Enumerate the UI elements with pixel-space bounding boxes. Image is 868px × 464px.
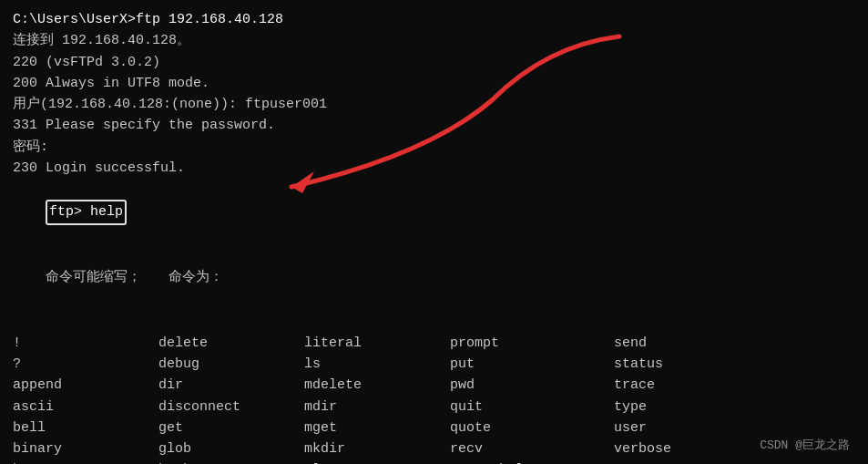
line-ftp-command: C:\Users\UserX>ftp 192.168.40.128 <box>13 9 855 30</box>
line-user: 用户(192.168.40.128:(none)): ftpuser001 <box>13 94 855 115</box>
line-vsftpd: 220 (vsFTPd 3.0.2) <box>13 52 855 73</box>
line-331: 331 Please specify the password. <box>13 115 855 136</box>
line-utf8: 200 Always in UTF8 mode. <box>13 73 855 94</box>
line-230: 230 Login successful. <box>13 158 855 179</box>
command-list: ! ? append ascii bell binary bye cd clos… <box>13 333 855 464</box>
line-ftp-help: ftp> help <box>13 179 855 246</box>
ftp-help-highlight: ftp> help <box>46 200 127 224</box>
watermark: CSDN @巨龙之路 <box>760 437 850 453</box>
terminal-window: C:\Users\UserX>ftp 192.168.40.128 连接到 19… <box>0 0 868 464</box>
col-5: send status trace type user verbose <box>614 333 741 464</box>
col-2: delete debug dir disconnect get glob has… <box>158 333 304 464</box>
line-password: 密码: <box>13 137 855 158</box>
line-connecting: 连接到 192.168.40.128。 <box>13 30 855 51</box>
spacer <box>13 310 855 331</box>
line-cmd-desc: 命令可能缩写； 命令为： <box>13 246 855 310</box>
col-1: ! ? append ascii bell binary bye cd clos… <box>13 333 158 464</box>
col-3: literal ls mdelete mdir mget mkdir mls m… <box>304 333 450 464</box>
col-4: prompt put pwd quit quote recv remotehel… <box>450 333 614 464</box>
